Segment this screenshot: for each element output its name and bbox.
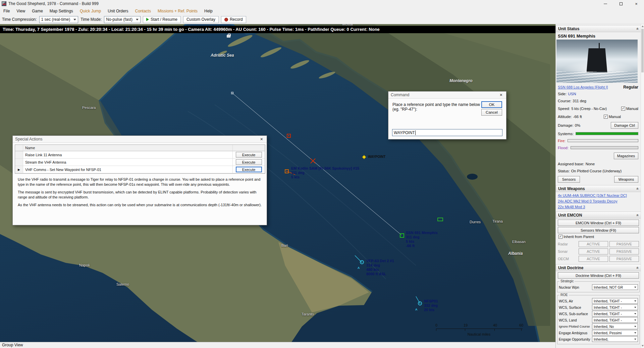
memphis-label: SSN 691 Memphis 311 deg 5 kts -66 ft [406,231,438,248]
weapons-button[interactable]: Weapons [614,176,638,183]
speed-manual-checkbox[interactable] [621,107,625,111]
altitude-manual-checkbox[interactable] [604,115,608,119]
strategic-group: Strategic Nuclear Wpn Inherited, NOT GR [557,281,640,292]
scrollbar-thumb[interactable] [641,29,644,72]
menu-game[interactable]: Game [29,7,46,15]
record-button[interactable]: Record [221,16,246,23]
menu-bar: File View Game Map Settings Quick Jump U… [0,7,644,15]
vfp-symbol[interactable] [360,260,364,264]
nuclear-wpn-select[interactable]: Inherited, NOT GR [592,284,638,290]
menu-contacts[interactable]: Contacts [132,7,154,15]
sonar-passive-button[interactable]: PASSIVE [609,248,639,254]
execute-button[interactable]: Execute [236,159,262,165]
weapon-link[interactable]: 4x UUM-44A SUBROC [10kT Nuclear DC] [558,193,639,198]
title-bar[interactable]: The Good Shepherd, 1978 - Command - Buil… [0,0,644,7]
table-row-selected[interactable]: ▶ VHF Comms - Set New Waypoint for NFSP-… [15,166,265,173]
menu-help[interactable]: Help [201,7,216,15]
menu-file[interactable]: File [0,7,13,15]
minimize-button[interactable] [598,0,613,7]
green-contact-symbol[interactable] [437,218,443,221]
column-header-name[interactable]: Name [23,145,233,151]
sidebar-scrollbar[interactable] [641,24,644,348]
doctrine-window-button[interactable]: Doctrine Window (Ctrl + F9) [558,272,639,279]
engage-ambigous-label: Engage Ambigous [559,331,591,335]
wcs-air-select[interactable]: Inherited, TIGHT - [592,298,638,304]
wcs-surface-select[interactable]: Inherited, TIGHT - [592,304,638,310]
action-name[interactable]: Stream the VHF Antenna [23,159,233,166]
collapse-icon[interactable]: » [635,214,640,216]
chevron-down-icon [634,287,636,288]
vfp-label: VFP-63 Det 2 #1 314 deg 480 kts 8000 ft … [366,259,394,276]
reference-point-input[interactable]: WAYPOINT [392,129,502,136]
sonar-active-button[interactable]: ACTIVE [579,248,608,254]
radar-active-button[interactable]: ACTIVE [579,241,608,247]
place-label: Tirana [492,219,503,223]
time-status-bar: Time: Thursday, 7 September 1978 - Zulu:… [0,26,555,33]
maximize-button[interactable] [613,0,629,7]
execute-button[interactable]: Execute [236,167,262,172]
oecm-passive-button[interactable]: PASSIVE [609,256,639,262]
time-mode-select[interactable]: No-pulse (fast) [104,16,141,23]
place-label: Pescara [82,106,96,110]
scroll-up-icon[interactable] [642,25,644,27]
engage-opportunity-select[interactable]: Inherited, [592,336,638,342]
course-start-marker[interactable] [231,92,233,94]
ignore-plotted-course-select[interactable]: Inherited, No [592,324,638,329]
damage-label: Damage: [558,123,574,127]
collapse-icon[interactable]: » [635,27,640,30]
collapse-icon[interactable]: » [635,267,640,269]
special-actions-titlebar[interactable]: Special Actions × [13,136,267,143]
unit-status-header[interactable]: Unit Status » [556,25,641,32]
start-resume-button[interactable]: Start / Resume [143,16,181,23]
command-dialog: Command × Place a reference point and ty… [388,91,506,139]
action-description: Use the VHF radio to transmit a message … [15,175,265,223]
time-compression-select[interactable]: 1 sec (real-time) [39,16,78,23]
magazines-button[interactable]: Magazines [614,153,638,159]
weapon-link[interactable]: 24x ADC Mk2 Mod 0 Torpedo Decoy [558,198,639,204]
menu-unit-orders[interactable]: Unit Orders [104,7,131,15]
wcs-subsurface-select[interactable]: Inherited, TIGHT - [592,311,638,316]
weapon-link[interactable]: 22x Mk48 Mod 3 [558,204,639,210]
scroll-down-icon[interactable] [642,345,644,347]
unit-emcon-header[interactable]: Unit EMCON » [556,212,641,219]
menu-view[interactable]: View [13,7,29,15]
kotlin-sam-symbol[interactable] [285,169,289,173]
wcs-surface-label: WCS, Surface [559,305,591,309]
execute-button[interactable]: Execute [236,152,262,158]
nfsp-symbol[interactable] [418,301,422,305]
window-title: The Good Shepherd, 1978 - Command - Buil… [8,1,99,6]
menu-quick-jump[interactable]: Quick Jump [76,7,104,15]
menu-missions-ref-points[interactable]: Missions + Ref. Points [154,7,201,15]
damage-ctrl-button[interactable]: Damage Ctrl [611,122,638,129]
sensors-window-button[interactable]: Sensors Window (F9) [558,227,639,233]
close-button[interactable]: × [629,0,644,7]
oecm-active-button[interactable]: ACTIVE [579,256,608,262]
memphis-symbol[interactable] [400,233,404,238]
altitude-value: -66 ft [573,115,582,119]
command-dialog-titlebar[interactable]: Command × [388,92,506,99]
unit-status-label: Status: [558,169,570,173]
close-icon[interactable]: × [498,93,504,97]
menu-map-settings[interactable]: Map Settings [46,7,76,15]
emcon-window-button[interactable]: EMCON Window (Ctrl + F9) [558,220,639,226]
collapse-icon[interactable]: » [635,187,640,190]
sensors-button[interactable]: Sensors [558,176,580,183]
table-row[interactable]: Stream the VHF Antenna Execute [15,159,265,166]
action-name[interactable]: VHF Comms - Set New Waypoint for NFSP-01 [23,166,233,173]
action-name[interactable]: Raise Link 11 Antenna [23,151,233,159]
wcs-land-select[interactable]: Inherited, TIGHT - [592,317,638,323]
hostile-contact-symbol[interactable] [287,134,291,138]
close-icon[interactable]: × [259,137,264,141]
table-row[interactable]: Raise Link 11 Antenna Execute [15,151,265,159]
ok-button[interactable]: OK [481,101,502,108]
unit-class-link[interactable]: SSN 688 Los Angeles [Flight I] [558,85,608,89]
inherit-from-parent-checkbox[interactable] [558,235,562,239]
unit-weapons-header[interactable]: Unit Weapons » [556,185,641,192]
engage-ambigous-select[interactable]: Inherited, Pessimi [592,330,638,336]
side-value: USN [568,92,576,96]
cancel-button[interactable]: Cancel [481,109,502,116]
custom-overlay-button[interactable]: Custom Overlay [183,16,219,23]
map-canvas[interactable]: Time: Thursday, 7 September 1978 - Zulu:… [0,24,555,342]
radar-passive-button[interactable]: PASSIVE [609,241,639,247]
unit-doctrine-header[interactable]: Unit Doctrine » [556,264,641,271]
